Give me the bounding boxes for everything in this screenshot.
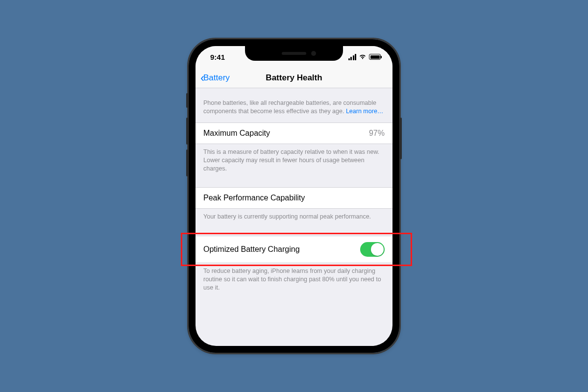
phone-frame: 9:41 ‹ Battery Battery Health Phone batt… [189, 39, 399, 353]
optimized-charging-footer: To reduce battery aging, iPhone learns f… [196, 263, 392, 298]
back-button[interactable]: ‹ Battery [200, 72, 230, 84]
peak-performance-footer: Your battery is currently supporting nor… [196, 209, 392, 227]
settings-content: Phone batteries, like all rechargeable b… [196, 88, 392, 298]
peak-performance-row[interactable]: Peak Performance Capability [196, 187, 392, 209]
intro-text: Phone batteries, like all rechargeable b… [196, 88, 392, 122]
optimized-charging-row: Optimized Battery Charging [196, 236, 392, 263]
cellular-signal-icon [348, 54, 357, 60]
maximum-capacity-label: Maximum Capacity [203, 129, 270, 138]
back-label: Battery [203, 73, 230, 83]
status-time: 9:41 [210, 53, 225, 61]
volume-up-button [186, 118, 188, 145]
screen: 9:41 ‹ Battery Battery Health Phone batt… [196, 46, 392, 346]
volume-down-button [186, 149, 188, 176]
learn-more-link[interactable]: Learn more… [346, 108, 383, 115]
optimized-charging-label: Optimized Battery Charging [203, 245, 300, 254]
nav-bar: ‹ Battery Battery Health [196, 68, 392, 88]
optimized-charging-toggle[interactable] [360, 242, 385, 257]
notch [245, 46, 343, 61]
maximum-capacity-row[interactable]: Maximum Capacity 97% [196, 122, 392, 144]
peak-performance-label: Peak Performance Capability [203, 194, 305, 202]
battery-icon [369, 54, 381, 60]
maximum-capacity-footer: This is a measure of battery capacity re… [196, 144, 392, 179]
maximum-capacity-value: 97% [369, 129, 385, 138]
side-button [400, 118, 402, 159]
wifi-icon [359, 54, 367, 60]
page-title: Battery Health [266, 73, 322, 83]
mute-switch [186, 93, 188, 108]
